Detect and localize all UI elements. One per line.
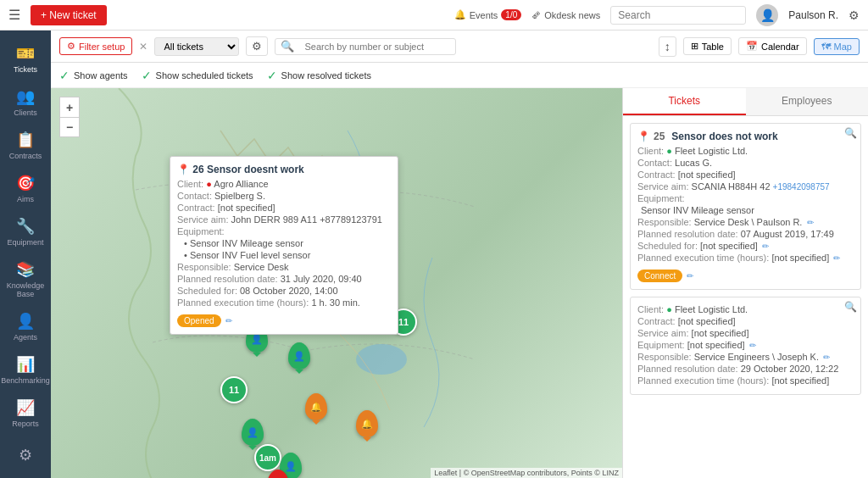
sidebar: 🎫 Tickets 👥 Clients 📋 Contracts 🎯 Aims 🔧… <box>0 31 51 478</box>
layout: 🎫 Tickets 👥 Clients 📋 Contracts 🎯 Aims 🔧… <box>0 31 868 478</box>
zoom-out-button[interactable]: − <box>59 117 80 137</box>
check-resolved-icon: ✓ <box>267 69 277 82</box>
topbar-settings-icon[interactable]: ⚙ <box>849 8 860 22</box>
show-scheduled-checkbox[interactable]: ✓ Show scheduled tickets <box>142 69 253 82</box>
map-popup: 📍 26 Sensor doesnt work Client: ● Agro A… <box>170 156 398 335</box>
show-resolved-checkbox[interactable]: ✓ Show resolved tickets <box>267 69 371 82</box>
map-container[interactable]: + − 16 22 👤 👤 👤 <box>51 88 622 478</box>
ticket-contract-label-2: Contract: <box>637 316 676 326</box>
check-scheduled-icon: ✓ <box>142 69 152 82</box>
sidebar-item-benchmarking[interactable]: 📊 Benchmarking <box>0 348 51 392</box>
sidebar-item-knowledge[interactable]: 📚 Knowledge Base <box>0 253 51 305</box>
popup-planned-label: Planned resolution date: <box>177 274 278 284</box>
edit-icon-resp-1[interactable]: ✏ <box>807 218 814 227</box>
popup-title-text: Sensor doesnt work <box>207 164 304 175</box>
ticket-equip-row-2: Equipment: [not specified] ✏ <box>637 340 854 350</box>
events-link[interactable]: 🔔 Events 1/0 <box>454 9 522 20</box>
filter-close-icon[interactable]: ✕ <box>139 41 147 53</box>
map-marker-green-agent[interactable]: 1am <box>254 444 281 471</box>
map-marker-orange-3[interactable]: 🔔 <box>356 410 378 437</box>
benchmarking-icon: 📊 <box>16 355 35 374</box>
view-table-button[interactable]: ⊞ Table <box>683 37 732 55</box>
main-area: ⚙ Filter setup ✕ All tickets My tickets … <box>51 31 868 478</box>
ticket-card-2: 🔍 Client: ● Fleet Logistic Ltd. Contract… <box>630 297 861 395</box>
ticket-title-1: 📍 25 Sensor does not work <box>637 131 854 142</box>
ticket-planned-val-1: 07 August 2019, 17:49 <box>741 229 834 239</box>
table-label: Table <box>702 42 724 52</box>
sort-button[interactable]: ↕ <box>659 36 676 57</box>
sidebar-label-benchmarking: Benchmarking <box>1 376 50 385</box>
popup-scheduled-row: Scheduled for: 08 October 2020, 14:00 <box>177 286 391 296</box>
map-attribution: Leaflet | © OpenStreetMap contributors, … <box>431 468 622 478</box>
sidebar-label-agents: Agents <box>14 333 37 342</box>
popup-equip-item-1: • Sensor INV Mileage sensor <box>177 238 391 248</box>
client-dot-2: ● <box>666 304 675 314</box>
tab-tickets[interactable]: Tickets <box>623 88 746 115</box>
popup-equip-label: Equipment: <box>177 226 225 236</box>
popup-contract-row: Contract: [not specified] <box>177 203 391 213</box>
popup-service-aim-row: Service aim: John DERR 989 A11 +87789123… <box>177 214 391 225</box>
search-input[interactable] <box>610 6 746 25</box>
map-marker-agent-11b[interactable]: 11 <box>220 376 248 403</box>
knowledge-icon: 📚 <box>16 260 35 279</box>
news-label: Okdesk news <box>544 10 600 20</box>
tickets-filter-select[interactable]: All tickets My tickets Unassigned <box>154 37 239 56</box>
sidebar-item-tickets[interactable]: 🎫 Tickets <box>0 37 51 81</box>
sidebar-item-contracts[interactable]: 📋 Contracts <box>0 124 51 167</box>
ticket-status-edit-1[interactable]: ✏ <box>687 271 693 281</box>
filter-gear-button[interactable]: ⚙ <box>246 36 268 56</box>
edit-icon-equip-2[interactable]: ✏ <box>749 341 756 350</box>
popup-contact-label: Contact: <box>177 191 212 201</box>
show-agents-checkbox[interactable]: ✓ Show agents <box>59 69 128 82</box>
zoom-ticket-icon-1[interactable]: 🔍 <box>844 127 857 139</box>
view-map-button[interactable]: 🗺 Map <box>814 38 860 55</box>
ticket-status-badge-1[interactable]: Connect <box>637 270 682 282</box>
equipment-icon: 🔧 <box>16 217 35 236</box>
popup-client-name: Agro Alliance <box>214 179 268 189</box>
popup-edit-icon[interactable]: ✏ <box>225 316 232 325</box>
popup-contract-label: Contract: <box>177 203 215 213</box>
map-marker-red-1[interactable]: 🔴 <box>267 470 289 478</box>
ticket-contract-row-1: Contract: [not specified] <box>637 170 854 180</box>
edit-icon-resp-2[interactable]: ✏ <box>823 353 830 362</box>
ticket-client-row-1: Client: ● Fleet Logistic Ltd. <box>637 146 854 156</box>
view-calendar-button[interactable]: 📅 Calendar <box>738 37 807 55</box>
filter-setup-button[interactable]: ⚙ Filter setup <box>59 37 132 55</box>
check-agents-icon: ✓ <box>59 69 70 82</box>
map-marker-green-3[interactable]: 👤 <box>288 342 310 370</box>
popup-client-label: Client: <box>177 179 203 189</box>
search-tickets-input[interactable] <box>298 39 450 54</box>
pin-orange-2: 🔔 <box>305 393 327 420</box>
ticket-planned-val-2: 29 October 2020, 12:22 <box>741 364 839 374</box>
map-marker-orange-2[interactable]: 🔔 <box>305 393 327 420</box>
popup-status-badge[interactable]: Opened <box>177 314 221 327</box>
tab-employees[interactable]: Employees <box>746 88 869 115</box>
sidebar-item-equipment[interactable]: 🔧 Equipment <box>0 210 51 253</box>
hamburger-icon[interactable]: ☰ <box>8 7 20 23</box>
newspaper-icon: 🗞 <box>531 10 541 20</box>
edit-icon-sched-1[interactable]: ✏ <box>762 242 769 251</box>
zoom-ticket-icon-2[interactable]: 🔍 <box>844 301 857 313</box>
sidebar-item-clients[interactable]: 👥 Clients <box>0 81 51 124</box>
map-marker-green-6[interactable]: 👤 <box>242 419 264 446</box>
sidebar-label-contracts: Contracts <box>9 152 42 160</box>
filter-icon: ⚙ <box>67 41 75 52</box>
edit-icon-exec-1[interactable]: ✏ <box>833 253 840 263</box>
ticket-resp-label-2: Responsible: <box>637 352 692 362</box>
table-icon: ⊞ <box>691 41 698 52</box>
panel-tabs: Tickets Employees <box>623 88 868 116</box>
user-name[interactable]: Paulson R. <box>788 9 838 21</box>
topbar: ☰ + New ticket 🔔 Events 1/0 🗞 Okdesk new… <box>0 0 868 31</box>
pin-green-3: 👤 <box>288 342 310 370</box>
popup-equip-val-2: Sensor INV Fuel level sensor <box>190 250 310 260</box>
sidebar-label-aims: Aims <box>17 195 34 203</box>
new-ticket-button[interactable]: + New ticket <box>31 5 107 25</box>
sidebar-item-aims[interactable]: 🎯 Aims <box>0 167 51 210</box>
ticket-client-row-2: Client: ● Fleet Logistic Ltd. <box>637 304 854 314</box>
sidebar-item-reports[interactable]: 📈 Reports <box>0 392 51 435</box>
agent-cluster-11b: 11 <box>220 376 248 403</box>
okdesk-news[interactable]: 🗞 Okdesk news <box>531 10 600 20</box>
zoom-in-button[interactable]: + <box>59 97 80 117</box>
sidebar-item-settings[interactable]: ⚙ <box>0 439 51 471</box>
sidebar-item-agents[interactable]: 👤 Agents <box>0 305 51 348</box>
